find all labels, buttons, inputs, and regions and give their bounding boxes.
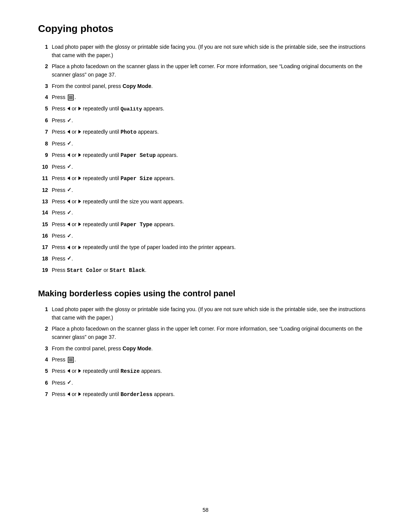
step-content: Press or repeatedly until Resize appears… <box>52 367 373 376</box>
step-content: Place a photo facedown on the scanner gl… <box>52 62 373 79</box>
check-icon: ✓ <box>67 209 72 217</box>
mono-text: Borderless <box>121 391 153 398</box>
step-number: 2 <box>38 325 52 333</box>
arrow-right-icon <box>78 369 81 373</box>
list-item: 13 Press or repeatedly until the size yo… <box>38 198 373 206</box>
mono-text: Resize <box>121 368 140 374</box>
mono-text: Start Black <box>110 267 145 273</box>
list-item: 17 Press or repeatedly until the type of… <box>38 243 373 252</box>
list-item: 10 Press ✓. <box>38 163 373 171</box>
step-content: Press ✓. <box>52 163 373 171</box>
list-item: 19 Press Start Color or Start Black. <box>38 266 373 275</box>
page: Copying photos 1 Load photo paper with t… <box>0 0 411 532</box>
list-item: 3 From the control panel, press Copy Mod… <box>38 345 373 353</box>
section1-steps: 1 Load photo paper with the glossy or pr… <box>38 43 373 275</box>
step-number: 18 <box>38 255 52 263</box>
check-icon: ✓ <box>67 232 72 240</box>
mono-text: Start Color <box>67 267 102 273</box>
list-item: 5 Press or repeatedly until Resize appea… <box>38 367 373 376</box>
list-item: 5 Press or repeatedly until Quality appe… <box>38 105 373 113</box>
check-icon: ✓ <box>67 117 72 125</box>
list-item: 2 Place a photo facedown on the scanner … <box>38 325 373 341</box>
arrow-right-icon <box>78 200 81 203</box>
list-item: 4 Press . <box>38 356 373 364</box>
step-number: 10 <box>38 163 52 171</box>
arrow-right-icon <box>78 176 81 180</box>
list-item: 7 Press or repeatedly until Photo appear… <box>38 128 373 137</box>
step-content: Press ✓. <box>52 140 373 148</box>
step-number: 1 <box>38 43 52 51</box>
list-item: 4 Press . <box>38 93 373 102</box>
list-item: 1 Load photo paper with the glossy or pr… <box>38 43 373 59</box>
step-number: 12 <box>38 186 52 194</box>
arrow-left-icon <box>67 107 70 110</box>
bold-text: Copy Mode <box>123 83 151 89</box>
step-number: 3 <box>38 82 52 90</box>
list-item: 11 Press or repeatedly until Paper Size … <box>38 174 373 183</box>
list-item: 14 Press ✓. <box>38 209 373 217</box>
step-content: Press . <box>52 356 373 364</box>
step-number: 15 <box>38 220 52 228</box>
step-number: 7 <box>38 390 52 398</box>
step-content: Press ✓. <box>52 255 373 263</box>
arrow-right-icon <box>78 107 81 110</box>
list-item: 7 Press or repeatedly until Borderless a… <box>38 390 373 399</box>
step-content: Load photo paper with the glossy or prin… <box>52 305 373 322</box>
list-item: 18 Press ✓. <box>38 255 373 263</box>
arrow-left-icon <box>67 200 70 203</box>
step-number: 5 <box>38 105 52 113</box>
check-icon: ✓ <box>67 163 72 171</box>
step-content: Press ✓. <box>52 232 373 240</box>
section1-title: Copying photos <box>38 23 373 35</box>
step-number: 6 <box>38 117 52 125</box>
step-number: 16 <box>38 232 52 240</box>
arrow-left-icon <box>67 153 70 157</box>
step-content: Press or repeatedly until Paper Type app… <box>52 220 373 229</box>
step-content: Press or repeatedly until Paper Size app… <box>52 174 373 183</box>
arrow-left-icon <box>67 130 70 134</box>
arrow-right-icon <box>78 130 81 134</box>
step-number: 4 <box>38 356 52 364</box>
arrow-right-icon <box>78 153 81 157</box>
step-number: 7 <box>38 128 52 136</box>
step-number: 19 <box>38 266 52 274</box>
arrow-right-icon <box>78 246 81 249</box>
page-number: 58 <box>202 507 209 513</box>
step-number: 14 <box>38 209 52 217</box>
arrow-left-icon <box>67 369 70 373</box>
bold-text: Copy Mode <box>123 345 151 351</box>
arrow-left-icon <box>67 392 70 396</box>
step-content: From the control panel, press Copy Mode. <box>52 82 373 91</box>
check-icon: ✓ <box>67 139 72 148</box>
list-item: 6 Press ✓. <box>38 379 373 387</box>
list-item: 16 Press ✓. <box>38 232 373 240</box>
list-item: 15 Press or repeatedly until Paper Type … <box>38 220 373 229</box>
step-content: Press or repeatedly until Paper Setup ap… <box>52 151 373 160</box>
step-number: 3 <box>38 345 52 353</box>
step-content: Press or repeatedly until Photo appears. <box>52 128 373 137</box>
list-item: 3 From the control panel, press Copy Mod… <box>38 82 373 91</box>
step-content: Press . <box>52 93 373 102</box>
step-content: Press or repeatedly until the size you w… <box>52 198 373 206</box>
step-content: Press ✓. <box>52 117 373 125</box>
step-content: Press ✓. <box>52 186 373 195</box>
step-content: Press or repeatedly until Quality appear… <box>52 105 373 113</box>
step-number: 8 <box>38 140 52 148</box>
step-content: Press or repeatedly until Borderless app… <box>52 390 373 399</box>
list-item: 8 Press ✓. <box>38 140 373 148</box>
list-item: 9 Press or repeatedly until Paper Setup … <box>38 151 373 160</box>
arrow-right-icon <box>78 392 81 396</box>
list-item: 6 Press ✓. <box>38 117 373 125</box>
step-number: 11 <box>38 174 52 182</box>
step-number: 5 <box>38 367 52 375</box>
step-number: 9 <box>38 151 52 159</box>
step-number: 4 <box>38 93 52 101</box>
step-content: Place a photo facedown on the scanner gl… <box>52 325 373 341</box>
step-content: Press ✓. <box>52 379 373 387</box>
check-icon: ✓ <box>67 254 72 263</box>
arrow-left-icon <box>67 222 70 226</box>
step-number: 1 <box>38 305 52 313</box>
mono-text: Quality <box>121 106 142 112</box>
step-number: 17 <box>38 243 52 251</box>
section2-title: Making borderless copies using the contr… <box>38 289 373 299</box>
